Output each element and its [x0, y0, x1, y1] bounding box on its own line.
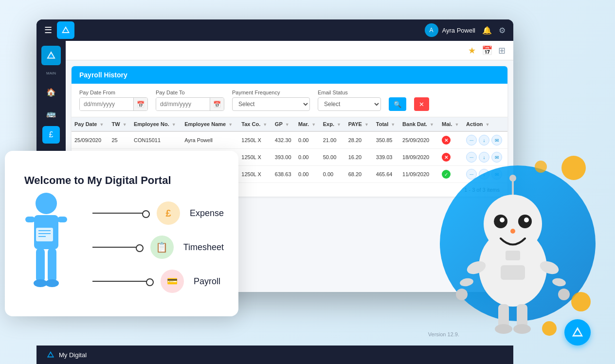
- cell-paye: 68.20: [345, 166, 373, 183]
- cell-pay-date: 25/09/2020: [72, 131, 109, 149]
- cell-gp: 432.30: [272, 131, 295, 149]
- pay-date-from-input[interactable]: [80, 98, 133, 110]
- gear-icon[interactable]: ⚙: [499, 26, 506, 35]
- col-bank-date[interactable]: Bank Dat. ▼: [399, 117, 439, 131]
- svg-point-14: [34, 279, 47, 287]
- mydigital-logo-icon: [571, 326, 584, 339]
- logo-icon: [61, 25, 71, 35]
- cell-emp-no: CON15011: [131, 131, 181, 149]
- expense-icon: £: [165, 208, 171, 219]
- cell-action: ··· ↓ ✉: [463, 131, 507, 149]
- svg-rect-6: [36, 228, 53, 241]
- card-header: Payroll History: [72, 66, 507, 84]
- col-exp[interactable]: Exp. ▼: [320, 117, 345, 131]
- top-navigation: ☰ A Ayra Powell 🔔 ⚙: [36, 19, 513, 41]
- sidebar-item-home[interactable]: 🏠: [42, 83, 60, 101]
- email-status-select[interactable]: Select Sent Not Sent: [318, 97, 381, 111]
- welcome-item-timesheet: 📋 Timesheet: [92, 236, 224, 259]
- svg-point-20: [500, 218, 505, 222]
- cell-exp: 50.00: [320, 149, 345, 166]
- table-header-row: Pay Date ▼ TW ▼ Employee No. ▼ Employee …: [72, 117, 507, 131]
- cell-gp: 638.63: [272, 166, 295, 183]
- svg-rect-10: [25, 217, 35, 222]
- svg-rect-13: [48, 248, 56, 282]
- col-action[interactable]: Action ▼: [463, 117, 507, 131]
- svg-rect-12: [36, 248, 45, 282]
- col-total[interactable]: Total ▼: [373, 117, 399, 131]
- search-button[interactable]: 🔍: [389, 97, 406, 111]
- expense-line: [92, 213, 147, 214]
- sidebar-logo-icon: [46, 50, 56, 61]
- calendar-icon[interactable]: 📅: [482, 45, 492, 56]
- nav-right: A Ayra Powell 🔔 ⚙: [425, 23, 506, 37]
- cell-bank-date: 25/09/2020: [399, 131, 439, 149]
- footer-logo-icon: [46, 350, 55, 359]
- svg-point-28: [459, 277, 474, 288]
- action-email-btn[interactable]: ✉: [491, 135, 502, 146]
- svg-point-29: [552, 277, 566, 288]
- svg-point-35: [495, 324, 512, 334]
- svg-point-21: [524, 218, 529, 222]
- sidebar-item-transport[interactable]: 🚌: [42, 105, 60, 122]
- cell-mar: 0.00: [295, 166, 320, 183]
- hamburger-icon[interactable]: ☰: [44, 25, 52, 36]
- expense-icon-wrap: £: [157, 201, 180, 225]
- pay-date-to-group: Pay Date To 📅: [156, 90, 224, 111]
- cell-total: 465.64: [373, 166, 399, 183]
- user-name: Ayra Powell: [442, 27, 475, 34]
- cell-mail-status: ✕: [439, 131, 463, 149]
- robot-svg: [445, 170, 581, 341]
- col-gp[interactable]: GP ▼: [272, 117, 295, 131]
- action-dots-btn[interactable]: ···: [466, 135, 477, 146]
- robot-character-area: [401, 156, 596, 350]
- star-icon[interactable]: ★: [468, 45, 476, 56]
- pay-date-from-group: Pay Date From 📅: [79, 90, 148, 111]
- pay-date-from-input-wrap: 📅: [79, 97, 148, 111]
- page-title: Payroll History: [79, 71, 127, 79]
- cell-tax-code: 1250L X: [238, 131, 272, 149]
- col-tax-code[interactable]: Tax Co. ▼: [238, 117, 272, 131]
- svg-rect-11: [57, 217, 67, 222]
- cell-paye: 16.20: [345, 149, 373, 166]
- pay-date-to-calendar-btn[interactable]: 📅: [210, 98, 224, 110]
- logo: [57, 21, 74, 39]
- timesheet-label: Timesheet: [183, 242, 224, 253]
- email-status-label: Email Status: [318, 90, 381, 95]
- welcome-item-payroll: 💳 Payroll: [92, 270, 224, 293]
- cell-mar: 0.00: [295, 149, 320, 166]
- pay-date-from-label: Pay Date From: [79, 90, 148, 95]
- col-emp-no[interactable]: Employee No. ▼: [131, 117, 181, 131]
- timesheet-icon-wrap: 📋: [150, 236, 174, 259]
- sidebar-logo: [41, 46, 61, 65]
- col-tw[interactable]: TW ▼: [109, 117, 130, 131]
- pay-date-from-calendar-btn[interactable]: 📅: [133, 98, 147, 110]
- col-mar[interactable]: Mar. ▼: [295, 117, 320, 131]
- clear-button[interactable]: ✕: [414, 97, 429, 111]
- bell-icon[interactable]: 🔔: [482, 26, 492, 35]
- payment-frequency-select[interactable]: Select Weekly Monthly Bi-weekly: [232, 97, 310, 111]
- col-emp-name[interactable]: Employee Name ▼: [181, 117, 238, 131]
- mail-status-red: ✕: [442, 136, 451, 145]
- col-pay-date[interactable]: Pay Date ▼: [72, 117, 109, 131]
- action-download-btn[interactable]: ↓: [479, 135, 489, 146]
- pay-date-to-input[interactable]: [156, 98, 210, 110]
- payroll-label: Payroll: [194, 276, 220, 287]
- footer-text: My Digital: [59, 351, 87, 359]
- cell-tax-code: 1250L X: [238, 166, 272, 183]
- welcome-title: Welcome to My Digital Portal: [24, 174, 224, 187]
- cell-paye: 28.20: [345, 131, 373, 149]
- payment-frequency-label: Payment Frequency: [232, 90, 310, 95]
- col-mail[interactable]: Mai. ▼: [439, 117, 463, 131]
- cell-emp-name: Ayra Powell: [181, 131, 238, 149]
- human-figure: [19, 190, 73, 326]
- cell-total: 350.85: [373, 131, 399, 149]
- payroll-line: [92, 281, 151, 282]
- svg-rect-32: [501, 265, 525, 280]
- cell-total: 339.03: [373, 149, 399, 166]
- grid-icon[interactable]: ⊞: [498, 45, 506, 56]
- payroll-icon: 💳: [167, 276, 178, 287]
- sidebar-item-payroll[interactable]: £: [42, 126, 60, 144]
- svg-point-4: [36, 193, 57, 214]
- col-paye[interactable]: PAYE ▼: [345, 117, 373, 131]
- footer-bar: My Digital: [36, 346, 513, 364]
